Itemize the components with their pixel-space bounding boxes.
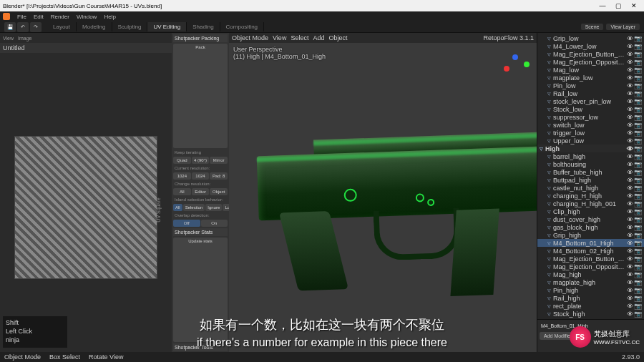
camera-icon[interactable]: 📷 xyxy=(634,169,642,176)
sp-stats-header[interactable]: Shotpacker Stats xyxy=(173,228,228,236)
sp-ch-object[interactable]: Object xyxy=(210,188,228,195)
camera-icon[interactable]: 📷 xyxy=(634,106,642,113)
vp-menu-select[interactable]: Select xyxy=(291,34,308,41)
eye-icon[interactable]: 👁 xyxy=(627,240,633,247)
outliner-row[interactable]: ▽Mag_Ejection_Opposite_low👁📷 xyxy=(537,58,644,66)
outliner-row[interactable]: ▽switch_low👁📷 xyxy=(537,121,644,129)
camera-icon[interactable]: 📷 xyxy=(634,287,642,294)
tab-modeling[interactable]: Modeling xyxy=(77,22,112,31)
camera-icon[interactable]: 📷 xyxy=(634,208,642,215)
outliner-row[interactable]: ▽barrel_high👁📷 xyxy=(537,152,644,160)
outliner-row[interactable]: ▽Mag_Ejection_Button_low👁📷 xyxy=(537,50,644,58)
scene-selector[interactable]: Scene xyxy=(581,24,604,30)
window-max[interactable]: ▢ xyxy=(611,1,625,11)
vp-retopoflow[interactable]: RetopoFlow 3.1.1 xyxy=(483,34,534,41)
camera-icon[interactable]: 📷 xyxy=(634,35,642,42)
eye-icon[interactable]: 👁 xyxy=(627,98,633,105)
tab-shading[interactable]: Shading xyxy=(187,22,220,31)
outliner-row[interactable]: ▽castle_nut_high👁📷 xyxy=(537,184,644,192)
eye-icon[interactable]: 👁 xyxy=(627,67,633,74)
camera-icon[interactable]: 📷 xyxy=(634,185,642,192)
outliner-row[interactable]: ▽rect_plate👁📷 xyxy=(537,302,644,310)
outliner-row[interactable]: ▽Upper_low👁📷 xyxy=(537,137,644,145)
eye-icon[interactable]: 👁 xyxy=(627,177,633,184)
eye-icon[interactable]: 👁 xyxy=(627,137,633,145)
outliner-row[interactable]: ▽trigger_low👁📷 xyxy=(537,129,644,137)
eye-icon[interactable]: 👁 xyxy=(627,295,633,302)
outliner-row[interactable]: ▽Grip_high👁📷 xyxy=(537,231,644,239)
camera-icon[interactable]: 📷 xyxy=(634,43,642,50)
eye-icon[interactable]: 👁 xyxy=(627,263,633,270)
camera-icon[interactable]: 📷 xyxy=(634,263,642,270)
outliner-row[interactable]: ▽M4_Bottom_01_High👁📷 xyxy=(537,239,644,247)
menu-edit[interactable]: Edit xyxy=(34,14,44,20)
viewport-canvas[interactable] xyxy=(229,43,537,362)
tab-sculpting[interactable]: Sculpting xyxy=(112,22,148,31)
eye-icon[interactable]: 👁 xyxy=(627,248,633,255)
sp-pack-button[interactable]: Pack xyxy=(173,44,228,148)
eye-icon[interactable]: 👁 xyxy=(627,271,633,278)
outliner-row[interactable]: ▽Grip_low👁📷 xyxy=(537,34,644,42)
sp-isb-sel[interactable]: Selection xyxy=(183,204,205,211)
outliner-row[interactable]: ▽Stock_low👁📷 xyxy=(537,105,644,113)
outliner-row[interactable]: ▽M4_Bottom_02_High👁📷 xyxy=(537,247,644,255)
outliner-row[interactable]: ▽Buffer_tube_high👁📷 xyxy=(537,168,644,176)
eye-icon[interactable]: 👁 xyxy=(627,185,633,192)
sp-mirror[interactable]: Mirror xyxy=(210,157,228,164)
eye-icon[interactable]: 👁 xyxy=(627,303,633,310)
undo-icon[interactable]: ↶ xyxy=(17,22,29,32)
camera-icon[interactable]: 📷 xyxy=(634,129,642,137)
camera-icon[interactable]: 📷 xyxy=(634,51,642,58)
eye-icon[interactable]: 👁 xyxy=(627,114,633,121)
outliner-row[interactable]: ▽Buttpad_high👁📷 xyxy=(537,176,644,184)
sp-res-w[interactable]: 1024 xyxy=(173,172,191,180)
camera-icon[interactable]: 📷 xyxy=(634,232,642,239)
outliner-row[interactable]: ▽suppressor_low👁📷 xyxy=(537,113,644,121)
camera-icon[interactable]: 📷 xyxy=(634,295,642,302)
camera-icon[interactable]: 📷 xyxy=(634,248,642,255)
outliner-row[interactable]: ▽magplate_high👁📷 xyxy=(537,278,644,286)
outliner-row[interactable]: ▽M4_Lower_low👁📷 xyxy=(537,42,644,50)
outliner[interactable]: ▽Grip_low👁📷▽M4_Lower_low👁📷▽Mag_Ejection_… xyxy=(537,33,644,319)
camera-icon[interactable]: 📷 xyxy=(634,200,642,207)
eye-icon[interactable]: 👁 xyxy=(627,129,633,137)
camera-icon[interactable]: 📷 xyxy=(634,67,642,74)
eye-icon[interactable]: 👁 xyxy=(627,310,633,318)
camera-icon[interactable]: 📷 xyxy=(634,216,642,223)
eye-icon[interactable]: 👁 xyxy=(627,59,633,66)
eye-icon[interactable]: 👁 xyxy=(627,279,633,286)
redo-icon[interactable]: ↷ xyxy=(30,22,42,32)
sp-ch-all[interactable]: All xyxy=(173,188,191,195)
eye-icon[interactable]: 👁 xyxy=(627,208,633,215)
camera-icon[interactable]: 📷 xyxy=(634,137,642,145)
outliner-row[interactable]: ▽Mag_high👁📷 xyxy=(537,270,644,278)
outliner-row[interactable]: ▽Clip_high👁📷 xyxy=(537,207,644,215)
sp-ch-editor[interactable]: Editor xyxy=(192,188,210,195)
camera-icon[interactable]: 📷 xyxy=(634,240,642,247)
camera-icon[interactable]: 📷 xyxy=(634,59,642,66)
eye-icon[interactable]: 👁 xyxy=(627,106,633,113)
uv-menu-image[interactable]: Image xyxy=(18,36,31,41)
outliner-row[interactable]: ▽Mag_Ejection_Opposite_high👁📷 xyxy=(537,263,644,270)
camera-icon[interactable]: 📷 xyxy=(634,224,642,231)
eye-icon[interactable]: 👁 xyxy=(627,82,633,89)
tab-layout[interactable]: Layout xyxy=(47,22,77,31)
camera-icon[interactable]: 📷 xyxy=(634,74,642,82)
outliner-row[interactable]: ▽Stock_high👁📷 xyxy=(537,310,644,318)
eye-icon[interactable]: 👁 xyxy=(627,224,633,231)
outliner-row[interactable]: ▽bolthousing👁📷 xyxy=(537,160,644,168)
sp-isb-ign[interactable]: Ignore xyxy=(205,204,222,211)
camera-icon[interactable]: 📷 xyxy=(634,255,642,263)
eye-icon[interactable]: 👁 xyxy=(627,122,633,129)
vp-menu-object[interactable]: Object xyxy=(328,34,347,41)
menu-file[interactable]: File xyxy=(17,14,26,20)
outliner-row[interactable]: ▽dust_cover_high👁📷 xyxy=(537,215,644,223)
outliner-row[interactable]: ▽Mag_low👁📷 xyxy=(537,66,644,74)
camera-icon[interactable]: 📷 xyxy=(634,90,642,97)
tab-compositing[interactable]: Compositing xyxy=(220,22,264,31)
eye-icon[interactable]: 👁 xyxy=(627,216,633,223)
outliner-row[interactable]: ▽gas_block_high👁📷 xyxy=(537,223,644,231)
uv-image-name[interactable]: Untitled xyxy=(3,44,25,52)
uv-menu-view[interactable]: View xyxy=(3,36,14,41)
outliner-row[interactable]: ▽charging_H_high_001👁📷 xyxy=(537,200,644,207)
